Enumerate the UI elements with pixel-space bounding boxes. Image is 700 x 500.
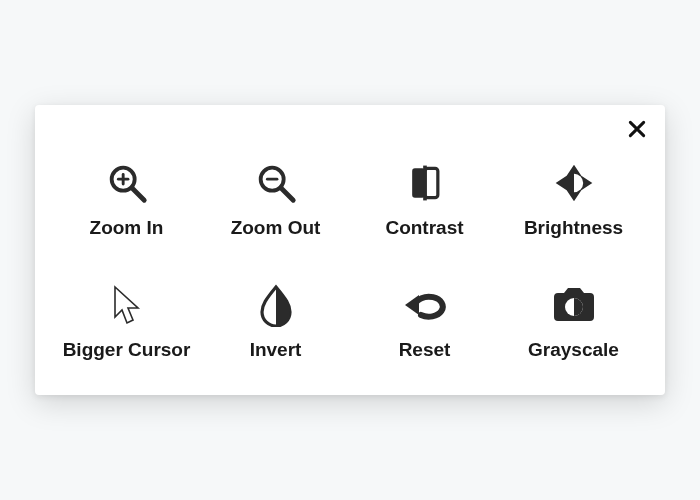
svg-rect-8 [425,168,438,197]
accessibility-grid: Zoom In Zoom Out Contrast [57,157,643,361]
invert-icon [256,279,296,331]
cursor-icon [107,279,147,331]
grayscale-label: Grayscale [528,339,619,361]
brightness-button[interactable]: Brightness [504,157,643,239]
svg-marker-11 [405,295,419,315]
bigger-cursor-label: Bigger Cursor [63,339,191,361]
reset-label: Reset [399,339,451,361]
reset-button[interactable]: Reset [355,279,494,361]
brightness-label: Brightness [524,217,623,239]
camera-icon [550,279,598,331]
zoom-out-button[interactable]: Zoom Out [206,157,345,239]
zoom-in-icon [104,157,150,209]
zoom-in-label: Zoom In [90,217,164,239]
zoom-in-button[interactable]: Zoom In [57,157,196,239]
undo-icon [401,279,449,331]
close-icon [627,119,647,139]
svg-rect-7 [412,168,425,197]
brightness-icon [552,157,596,209]
contrast-button[interactable]: Contrast [355,157,494,239]
svg-line-5 [280,188,292,200]
grayscale-button[interactable]: Grayscale [504,279,643,361]
contrast-label: Contrast [385,217,463,239]
accessibility-panel: Zoom In Zoom Out Contrast [35,105,665,395]
contrast-icon [403,157,447,209]
close-button[interactable] [623,115,651,143]
svg-rect-9 [423,166,427,201]
invert-button[interactable]: Invert [206,279,345,361]
bigger-cursor-button[interactable]: Bigger Cursor [57,279,196,361]
svg-line-1 [131,188,143,200]
invert-label: Invert [250,339,302,361]
zoom-out-label: Zoom Out [231,217,321,239]
zoom-out-icon [253,157,299,209]
